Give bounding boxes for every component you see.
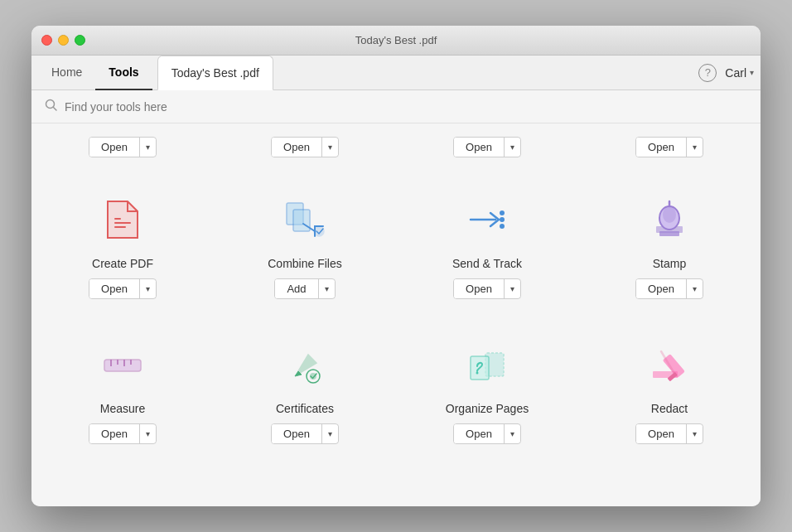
tool-name-create-pdf: Create PDF xyxy=(92,257,153,270)
tool-name-measure: Measure xyxy=(100,402,145,415)
measure-icon xyxy=(89,336,156,394)
open-button-partial-4[interactable]: Open xyxy=(636,138,687,157)
user-menu[interactable]: Carl ▾ xyxy=(725,66,754,80)
tool-card-send-track[interactable]: Send & Track Open ▾ xyxy=(396,171,578,316)
tool-card-combine-files[interactable]: Combine Files Add ▾ xyxy=(214,171,396,316)
btn-group-stamp[interactable]: Open ▾ xyxy=(635,278,703,299)
search-icon xyxy=(45,99,58,114)
chevron-down-icon: ▾ xyxy=(750,68,754,77)
dropdown-arrow-partial-2[interactable]: ▾ xyxy=(322,139,338,155)
btn-group-combine-files[interactable]: Add ▾ xyxy=(274,278,335,299)
open-button-create-pdf[interactable]: Open xyxy=(89,279,140,298)
dropdown-arrow-stamp[interactable]: ▾ xyxy=(687,281,703,297)
btn-group-partial-4[interactable]: Open ▾ xyxy=(635,137,703,157)
tool-name-send-track: Send & Track xyxy=(452,257,522,270)
dropdown-arrow-redact[interactable]: ▾ xyxy=(687,426,703,442)
send-track-icon xyxy=(454,191,520,249)
traffic-lights xyxy=(41,35,85,46)
tab-tools[interactable]: Tools xyxy=(95,56,152,90)
svg-rect-6 xyxy=(293,210,310,231)
tool-card-organize-pages[interactable]: Organize Pages Open ▾ xyxy=(396,316,578,461)
partial-card-1: Open ▾ xyxy=(31,137,214,171)
dropdown-arrow-partial-4[interactable]: ▾ xyxy=(687,139,703,155)
create-pdf-icon xyxy=(89,191,156,249)
search-bar xyxy=(31,90,761,123)
dropdown-arrow-partial-3[interactable]: ▾ xyxy=(505,139,520,155)
partial-row: Open ▾ Open ▾ Open ▾ Open ▾ xyxy=(31,132,761,171)
open-button-stamp[interactable]: Open xyxy=(636,279,687,298)
dropdown-arrow-send-track[interactable]: ▾ xyxy=(505,281,520,297)
btn-group-create-pdf[interactable]: Open ▾ xyxy=(89,278,157,299)
minimize-button[interactable] xyxy=(58,35,69,46)
main-window: Today's Best .pdf Home Tools Today's Bes… xyxy=(31,26,761,506)
dropdown-arrow-measure[interactable]: ▾ xyxy=(140,426,156,442)
tool-card-redact[interactable]: Redact Open ▾ xyxy=(578,316,761,461)
svg-point-9 xyxy=(500,210,505,215)
tool-name-combine-files: Combine Files xyxy=(268,257,341,270)
dropdown-arrow-organize-pages[interactable]: ▾ xyxy=(505,426,520,442)
window-title: Today's Best .pdf xyxy=(355,34,437,46)
partial-card-4: Open ▾ xyxy=(578,137,761,171)
dropdown-arrow-certificates[interactable]: ▾ xyxy=(322,426,338,442)
user-name: Carl xyxy=(725,66,746,80)
add-button-combine-files[interactable]: Add xyxy=(275,279,318,298)
dropdown-arrow-create-pdf[interactable]: ▾ xyxy=(140,281,156,297)
certificates-icon xyxy=(272,336,338,394)
help-button[interactable]: ? xyxy=(698,64,717,82)
tool-card-certificates[interactable]: Certificates Open ▾ xyxy=(214,316,396,461)
svg-rect-4 xyxy=(114,226,126,228)
svg-point-15 xyxy=(663,206,676,223)
maximize-button[interactable] xyxy=(75,35,85,46)
tab-pdf[interactable]: Today's Best .pdf xyxy=(157,56,273,90)
svg-point-11 xyxy=(500,224,505,229)
svg-point-7 xyxy=(314,226,324,236)
svg-rect-17 xyxy=(104,360,141,371)
btn-group-measure[interactable]: Open ▾ xyxy=(89,423,157,444)
btn-group-organize-pages[interactable]: Open ▾ xyxy=(453,423,521,444)
svg-point-10 xyxy=(500,217,505,222)
combine-files-icon xyxy=(272,191,338,249)
btn-group-certificates[interactable]: Open ▾ xyxy=(271,423,339,444)
content-area[interactable]: Open ▾ Open ▾ Open ▾ Open ▾ xyxy=(31,123,761,506)
svg-point-26 xyxy=(476,372,479,375)
btn-group-redact[interactable]: Open ▾ xyxy=(635,423,703,444)
dropdown-arrow-combine-files[interactable]: ▾ xyxy=(319,281,335,297)
tool-card-stamp[interactable]: Stamp Open ▾ xyxy=(578,171,761,316)
btn-group-partial-3[interactable]: Open ▾ xyxy=(453,137,521,157)
open-button-partial-1[interactable]: Open xyxy=(89,138,140,157)
open-button-redact[interactable]: Open xyxy=(636,424,687,443)
dropdown-arrow-partial-1[interactable]: ▾ xyxy=(140,139,156,155)
partial-card-3: Open ▾ xyxy=(396,137,578,171)
tab-home[interactable]: Home xyxy=(38,56,95,90)
open-button-partial-2[interactable]: Open xyxy=(272,138,322,157)
tab-bar-right: ? Carl ▾ xyxy=(698,56,754,89)
tool-grid: Create PDF Open ▾ xyxy=(31,171,761,461)
title-bar: Today's Best .pdf xyxy=(31,26,761,56)
open-button-partial-3[interactable]: Open xyxy=(454,138,505,157)
open-button-certificates[interactable]: Open xyxy=(272,424,322,443)
btn-group-partial-1[interactable]: Open ▾ xyxy=(89,137,157,157)
open-button-organize-pages[interactable]: Open xyxy=(454,424,505,443)
search-input[interactable] xyxy=(65,100,747,114)
svg-rect-2 xyxy=(114,218,121,220)
organize-pages-icon xyxy=(454,336,520,394)
redact-icon xyxy=(636,336,703,394)
partial-card-2: Open ▾ xyxy=(214,137,396,171)
tool-name-redact: Redact xyxy=(651,402,688,415)
tool-name-stamp: Stamp xyxy=(653,257,686,270)
svg-line-1 xyxy=(54,108,57,111)
open-button-measure[interactable]: Open xyxy=(89,424,140,443)
close-button[interactable] xyxy=(41,35,52,46)
stamp-icon xyxy=(636,191,703,249)
btn-group-send-track[interactable]: Open ▾ xyxy=(453,278,521,299)
tool-card-create-pdf[interactable]: Create PDF Open ▾ xyxy=(31,171,214,316)
tool-name-certificates: Certificates xyxy=(276,402,334,415)
svg-rect-3 xyxy=(114,222,131,224)
tab-bar: Home Tools Today's Best .pdf ? Carl ▾ xyxy=(31,56,761,90)
tool-name-organize-pages: Organize Pages xyxy=(446,402,529,415)
open-button-send-track[interactable]: Open xyxy=(454,279,505,298)
btn-group-partial-2[interactable]: Open ▾ xyxy=(271,137,339,157)
tool-card-measure[interactable]: Measure Open ▾ xyxy=(31,316,214,461)
